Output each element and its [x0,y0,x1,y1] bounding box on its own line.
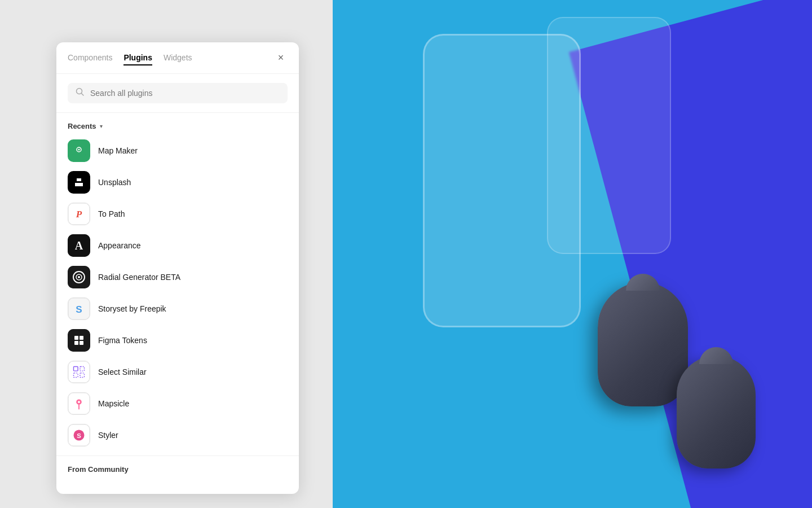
svg-text:S: S [76,304,82,315]
plugin-name-unsplash: Unsplash [98,178,131,187]
svg-rect-22 [80,341,83,345]
svg-rect-19 [74,336,78,340]
svg-line-1 [82,94,84,96]
plugin-panel: Components Plugins Widgets × Recents ▾ [56,42,299,494]
plugin-item-appearance[interactable]: A Appearance [61,230,294,261]
svg-rect-23 [68,361,90,383]
svg-rect-21 [74,341,78,345]
plugin-icon-to-path: P [68,203,90,225]
plugin-icon-storyset: S [68,297,90,320]
from-community-section: From Community [56,456,299,478]
plugin-item-styler[interactable]: S Styler [61,419,294,451]
recents-title: Recents [68,122,96,130]
recents-chevron-icon: ▾ [100,123,103,129]
earbud-left [598,282,688,406]
svg-point-15 [78,276,80,278]
svg-text:P: P [76,209,82,220]
plugin-list: Map Maker Unsplash P To Path [56,135,299,451]
plugin-icon-figma-tokens [68,329,90,352]
plugin-item-figma-tokens[interactable]: Figma Tokens [61,325,294,356]
svg-text:S: S [77,432,81,439]
plugin-name-appearance: Appearance [98,241,141,250]
svg-rect-7 [75,183,83,186]
close-button[interactable]: × [274,51,288,65]
panel-header: Components Plugins Widgets × [56,42,299,74]
earbuds [564,226,778,508]
svg-rect-5 [72,176,86,189]
plugin-item-map-maker[interactable]: Map Maker [61,135,294,167]
earbud-right [677,356,756,468]
plugin-icon-map-maker [68,139,90,162]
plugin-icon-radial-generator [68,266,90,288]
svg-text:A: A [75,239,83,252]
plugin-name-map-maker: Map Maker [98,146,138,155]
svg-point-4 [78,149,80,151]
recents-section-header: Recents ▾ [56,113,299,135]
plugin-icon-styler: S [68,424,90,446]
tab-widgets[interactable]: Widgets [164,51,192,65]
plugin-item-radial-generator[interactable]: Radial Generator BETA [61,261,294,293]
plugin-icon-appearance: A [68,234,90,257]
svg-rect-18 [68,329,90,352]
tab-components[interactable]: Components [68,51,112,65]
plugin-item-to-path[interactable]: P To Path [61,198,294,230]
plugin-item-select-similar[interactable]: Select Similar [61,356,294,388]
tab-plugins[interactable]: Plugins [123,51,152,65]
search-box [68,83,288,103]
plugin-icon-unsplash [68,171,90,194]
earbud-left-cap [626,274,660,291]
earbud-right-cap [699,347,733,364]
plugin-item-storyset[interactable]: S Storyset by Freepik [61,293,294,325]
plugin-name-storyset: Storyset by Freepik [98,304,166,313]
plugin-name-styler: Styler [98,431,118,440]
phone-mockup-2 [547,17,671,254]
plugin-item-mapsicle[interactable]: Mapsicle [61,388,294,419]
search-input[interactable] [90,89,280,98]
plugin-item-unsplash[interactable]: Unsplash [61,167,294,198]
plugin-name-select-similar: Select Similar [98,367,147,376]
svg-rect-2 [72,144,86,157]
plugin-icon-select-similar [68,361,90,383]
search-container [56,74,299,113]
svg-point-30 [78,401,80,403]
plugin-name-to-path: To Path [98,209,125,218]
svg-rect-6 [77,178,81,181]
plugin-name-mapsicle: Mapsicle [98,399,129,408]
search-icon [76,87,85,99]
plugin-name-radial-generator: Radial Generator BETA [98,273,180,282]
plugin-name-figma-tokens: Figma Tokens [98,336,147,345]
svg-rect-20 [80,336,83,340]
plugin-icon-mapsicle [68,392,90,415]
